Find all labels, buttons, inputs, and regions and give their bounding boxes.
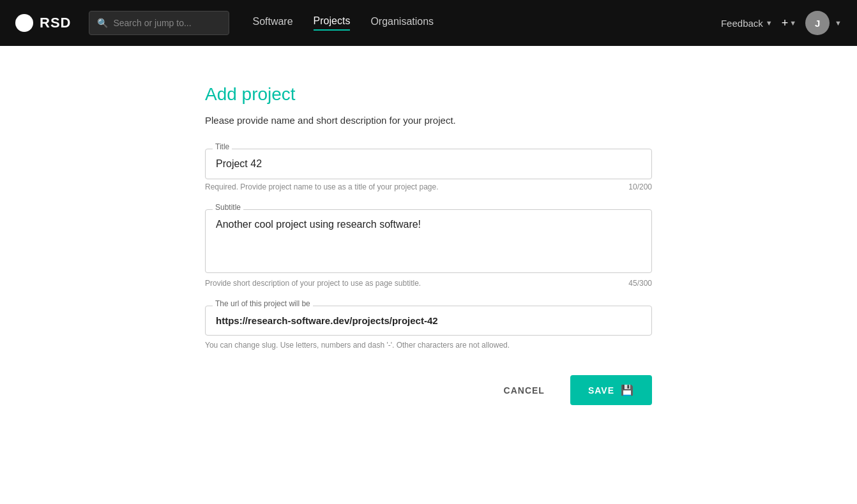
search-input[interactable] (113, 18, 221, 28)
add-button[interactable]: + ▼ (778, 17, 800, 30)
add-chevron-icon: ▼ (789, 19, 796, 27)
main-content: Add project Please provide name and shor… (0, 46, 857, 504)
title-hint-row: Required. Provide project name to use as… (205, 182, 652, 191)
cancel-button[interactable]: CANCEL (489, 376, 560, 404)
title-hint-text: Required. Provide project name to use as… (205, 182, 439, 191)
url-field-group: The url of this project will be https://… (205, 306, 652, 336)
form-actions: CANCEL SAVE 💾 (205, 375, 652, 405)
nav-right: Feedback ▼ + ▼ J ▼ (721, 11, 842, 35)
subtitle-hint-row: Provide short description of your projec… (205, 279, 652, 288)
feedback-button[interactable]: Feedback ▼ (721, 18, 773, 29)
save-label: SAVE (588, 385, 614, 396)
avatar[interactable]: J (805, 11, 830, 35)
search-icon: 🔍 (97, 18, 108, 28)
subtitle-hint-text: Provide short description of your projec… (205, 279, 421, 288)
save-icon: 💾 (621, 384, 634, 396)
search-box[interactable]: 🔍 (89, 11, 229, 35)
add-icon: + (782, 17, 789, 30)
subtitle-label: Subtitle (213, 203, 243, 212)
feedback-label: Feedback (721, 18, 763, 29)
navbar: RSD 🔍 Software Projects Organisations Fe… (0, 0, 857, 46)
url-display: https://research-software.dev/projects/p… (205, 306, 652, 336)
title-field-group: Title Required. Provide project name to … (205, 149, 652, 191)
feedback-chevron-icon: ▼ (766, 19, 773, 27)
nav-link-software[interactable]: Software (252, 16, 292, 30)
page-title: Add project (205, 84, 652, 105)
url-label: The url of this project will be (213, 299, 313, 308)
subtitle-field-group: Subtitle Another cool project using rese… (205, 209, 652, 288)
title-count: 10/200 (628, 182, 652, 191)
nav-link-projects[interactable]: Projects (314, 15, 351, 31)
logo-text: RSD (40, 15, 71, 31)
logo-circle (15, 14, 33, 32)
subtitle-count: 45/300 (628, 279, 652, 288)
url-slug: project-42 (392, 315, 438, 326)
logo: RSD (15, 14, 71, 32)
nav-link-organisations[interactable]: Organisations (370, 16, 434, 30)
avatar-chevron-icon: ▼ (835, 19, 842, 27)
save-button[interactable]: SAVE 💾 (570, 375, 652, 405)
nav-links: Software Projects Organisations (252, 15, 710, 31)
title-label: Title (213, 142, 232, 151)
form-container: Add project Please provide name and shor… (192, 84, 665, 405)
url-hint: You can change slug. Use letters, number… (205, 341, 652, 350)
url-prefix: https://research-software.dev/projects/ (216, 315, 392, 326)
page-subtitle: Please provide name and short descriptio… (205, 115, 652, 126)
subtitle-input[interactable]: Another cool project using research soft… (205, 209, 652, 273)
avatar-initial: J (815, 18, 820, 29)
title-input[interactable] (205, 149, 652, 179)
